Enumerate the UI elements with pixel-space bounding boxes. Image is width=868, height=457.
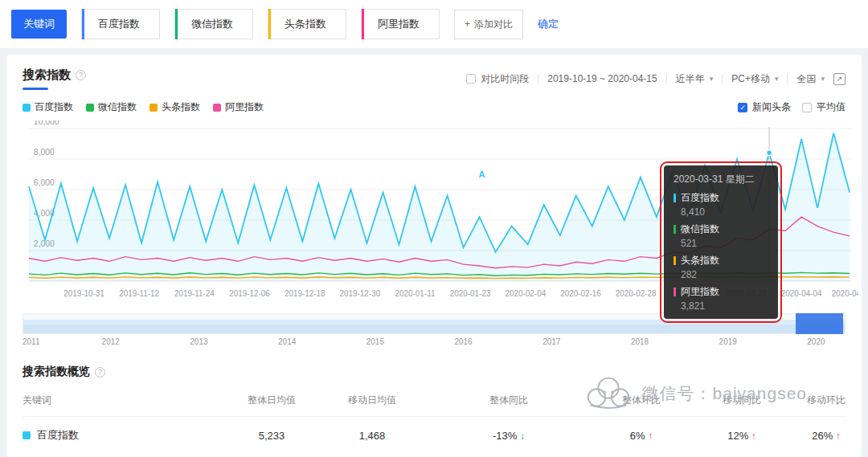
tooltip-series-name: 微信指数 — [674, 222, 768, 236]
keyword-chips: 百度指数微信指数头条指数阿里指数 — [81, 9, 440, 39]
device-select[interactable]: PC+移动 ▾ — [731, 72, 778, 86]
search-index-panel: 搜索指数 ? 对比时间段 2019-10-19 ~ 2020-04-15 近半年… — [6, 55, 862, 457]
keyword-chip-label: 阿里指数 — [378, 18, 420, 30]
svg-text:2020-04-15: 2020-04-15 — [832, 289, 858, 298]
timeline-year-label: 2018 — [631, 337, 649, 346]
svg-text:2019-12-18: 2019-12-18 — [285, 289, 326, 298]
tooltip-series-value: 3,821 — [681, 300, 768, 312]
overview-title: 搜索指数概览 ? — [23, 365, 105, 379]
svg-text:2020-01-23: 2020-01-23 — [450, 289, 491, 298]
legend-swatch — [23, 104, 31, 112]
keyword-chip[interactable]: 百度指数 — [81, 9, 160, 39]
chart-legend: 百度指数微信指数头条指数阿里指数 — [23, 100, 264, 114]
svg-text:6,000: 6,000 — [34, 178, 55, 187]
svg-text:8,000: 8,000 — [34, 148, 55, 157]
tooltip-item: 头条指数282 — [674, 254, 768, 280]
average-checkbox[interactable]: 平均值 — [802, 100, 845, 114]
region-select[interactable]: 全国 ▾ — [796, 72, 825, 86]
tooltip-items: 百度指数8,410微信指数521头条指数282阿里指数3,821 — [674, 191, 768, 312]
table-row[interactable]: 百度指数5,2331,468-13% ↓6% ↑12% ↑26% ↑ — [23, 417, 845, 443]
keyword-chip[interactable]: 头条指数 — [268, 9, 346, 39]
legend-label: 百度指数 — [35, 100, 73, 114]
slider-selection-handle[interactable] — [796, 313, 843, 334]
divider — [722, 74, 723, 84]
legend-item[interactable]: 阿里指数 — [213, 100, 264, 114]
timeline-year-label: 2016 — [454, 337, 472, 346]
legend-label: 阿里指数 — [225, 100, 264, 114]
arrow-down-icon: ↓ — [520, 430, 525, 442]
plus-icon: + — [465, 18, 470, 30]
legend-swatch — [149, 104, 158, 112]
timeline-year-label: 2011 — [23, 337, 40, 346]
arrow-up-icon: ↑ — [648, 430, 653, 442]
svg-text:2019-11-24: 2019-11-24 — [174, 289, 215, 298]
help-icon[interactable]: ? — [95, 367, 105, 377]
svg-text:10,000: 10,000 — [34, 120, 59, 126]
average-label: 平均值 — [817, 100, 845, 114]
chevron-down-icon: ▾ — [821, 75, 825, 83]
timeline-year-labels: 2011201220132014201520162017201820192020 — [23, 337, 845, 349]
confirm-button[interactable]: 确定 — [538, 17, 559, 31]
tooltip-series-name: 头条指数 — [674, 254, 768, 267]
news-toutiao-checkbox[interactable]: ✓ 新闻头条 — [738, 100, 791, 114]
keyword-chip-label: 百度指数 — [98, 18, 140, 30]
row-overall-daily-avg: 5,233 — [223, 430, 320, 442]
svg-text:2019-12-30: 2019-12-30 — [340, 289, 381, 298]
overview-column-header: 整体日均值 — [223, 394, 320, 407]
tooltip-series-color-bar — [674, 194, 676, 202]
checkbox-icon[interactable] — [802, 103, 812, 112]
legend-item[interactable]: 微信指数 — [86, 100, 137, 114]
legend-item[interactable]: 头条指数 — [149, 100, 200, 114]
trend-chart[interactable]: 10,0008,0006,0004,0002,0002019-10-312019… — [23, 120, 845, 304]
date-range[interactable]: 2019-10-19 ~ 2020-04-15 — [547, 73, 657, 84]
overview-table-body: 百度指数5,2331,468-13% ↓6% ↑12% ↑26% ↑ — [23, 417, 845, 443]
checkbox-checked-icon[interactable]: ✓ — [738, 103, 747, 112]
checkbox-icon[interactable] — [466, 74, 476, 84]
title-underline — [23, 88, 48, 90]
tooltip-item: 百度指数8,410 — [674, 191, 768, 218]
tooltip-series-value: 8,410 — [681, 206, 768, 218]
page-title: 搜索指数 ? — [23, 67, 86, 90]
divider — [787, 74, 788, 84]
legend-label: 微信指数 — [98, 100, 137, 114]
arrow-up-icon: ↑ — [836, 430, 841, 442]
keyword-chip-label: 头条指数 — [285, 18, 326, 30]
row-keyword-swatch — [23, 431, 31, 439]
svg-text:2020-01-11: 2020-01-11 — [395, 289, 436, 298]
help-icon[interactable]: ? — [76, 70, 86, 80]
compare-period-label: 对比时间段 — [481, 72, 529, 86]
metric-value: -13% — [493, 430, 520, 442]
time-range-select[interactable]: 近半年 ▾ — [676, 72, 714, 86]
svg-text:2020-02-28: 2020-02-28 — [616, 289, 657, 298]
metric-value: 26% — [812, 430, 836, 442]
row-metric-cell: -13% ↓ — [424, 430, 593, 442]
keyword-chip[interactable]: 阿里指数 — [361, 9, 440, 39]
overview-column-header: 整体环比 — [593, 394, 690, 407]
chevron-down-icon: ▾ — [775, 75, 779, 83]
overview-table-header: 关键词整体日均值移动日均值整体同比整体环比移动同比移动环比 — [23, 394, 845, 417]
add-compare-button[interactable]: + 添加对比 — [454, 10, 523, 39]
svg-text:2019-12-06: 2019-12-06 — [229, 289, 270, 298]
slider-data-shadow-inner — [23, 324, 845, 333]
row-keyword-cell: 百度指数 — [23, 428, 223, 443]
keyword-chip[interactable]: 微信指数 — [174, 9, 253, 39]
timeline-year-label: 2013 — [190, 337, 207, 346]
svg-text:2019-10-31: 2019-10-31 — [63, 289, 104, 298]
tooltip-series-color-bar — [674, 288, 676, 296]
svg-text:2020-02-04: 2020-02-04 — [506, 289, 547, 298]
compare-period-checkbox[interactable]: 对比时间段 — [466, 72, 529, 86]
keyword-button[interactable]: 关键词 — [11, 10, 67, 39]
tooltip-series-label: 百度指数 — [681, 191, 719, 205]
timeline-year-label: 2020 — [807, 337, 825, 346]
row-metric-cell: 12% ↑ — [690, 430, 794, 442]
overview-section: 搜索指数概览 ? 微信号：baiyangseo 关键词整体日均值移动日均值整体同… — [23, 364, 845, 443]
tooltip-item: 阿里指数3,821 — [674, 285, 768, 312]
legend-item[interactable]: 百度指数 — [23, 100, 73, 114]
external-link-icon[interactable]: ↗ — [833, 73, 845, 85]
chart-tooltip: 2020-03-31 星期二 百度指数8,410微信指数521头条指数282阿里… — [664, 165, 778, 319]
tooltip-series-label: 微信指数 — [681, 222, 719, 236]
device-value: PC+移动 — [731, 72, 770, 86]
legend-label: 头条指数 — [162, 100, 200, 114]
panel-header: 搜索指数 ? 对比时间段 2019-10-19 ~ 2020-04-15 近半年… — [23, 55, 845, 90]
keyword-chip-color-bar — [268, 9, 271, 39]
